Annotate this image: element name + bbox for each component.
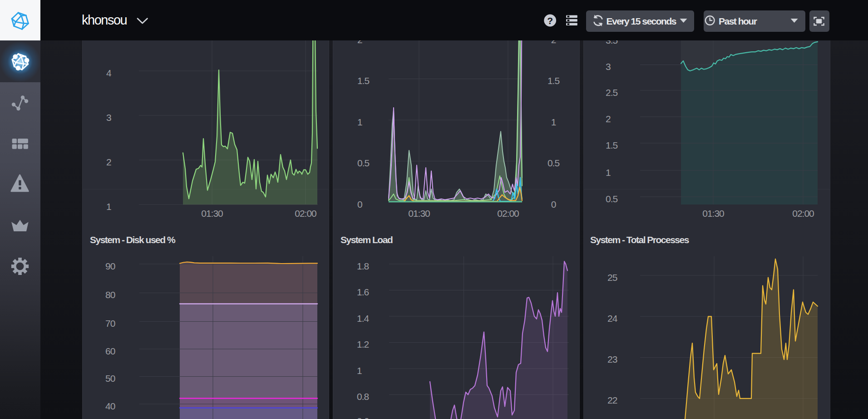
- svg-text:1: 1: [357, 365, 362, 376]
- svg-text:01:30: 01:30: [702, 208, 724, 219]
- svg-text:1.5: 1.5: [357, 75, 370, 86]
- svg-text:02:00: 02:00: [295, 208, 316, 219]
- svg-text:02:00: 02:00: [792, 208, 814, 219]
- svg-text:01:30: 01:30: [201, 208, 223, 219]
- svg-text:24: 24: [607, 313, 618, 324]
- svg-text:?: ?: [547, 15, 553, 26]
- svg-text:40: 40: [105, 401, 115, 411]
- svg-text:2: 2: [106, 157, 111, 167]
- svg-text:0.5: 0.5: [357, 158, 370, 168]
- svg-text:1: 1: [606, 167, 611, 178]
- svg-text:1.5: 1.5: [547, 75, 560, 86]
- svg-text:1.6: 1.6: [357, 287, 369, 297]
- svg-text:1.4: 1.4: [357, 313, 370, 324]
- svg-text:22: 22: [607, 395, 617, 405]
- svg-text:System Load: System Load: [340, 234, 393, 245]
- svg-text:50: 50: [105, 373, 115, 384]
- svg-text:0: 0: [357, 199, 362, 210]
- svg-text:60: 60: [105, 346, 115, 356]
- svg-text:23: 23: [607, 354, 617, 364]
- svg-text:25: 25: [607, 272, 617, 283]
- svg-text:0.5: 0.5: [606, 194, 618, 204]
- svg-text:0.5: 0.5: [547, 158, 560, 168]
- svg-text:1.8: 1.8: [357, 261, 369, 271]
- svg-text:80: 80: [105, 289, 115, 300]
- svg-text:0.8: 0.8: [357, 391, 369, 402]
- svg-text:System - Disk used %: System - Disk used %: [90, 234, 176, 245]
- svg-text:0.6: 0.6: [357, 416, 369, 419]
- svg-text:2: 2: [606, 114, 611, 124]
- svg-text:02:00: 02:00: [497, 208, 519, 219]
- svg-text:3: 3: [606, 61, 611, 72]
- svg-text:1.2: 1.2: [357, 339, 369, 349]
- svg-text:2.5: 2.5: [606, 87, 618, 98]
- svg-text:System - Total Processes: System - Total Processes: [590, 234, 689, 245]
- svg-text:01:30: 01:30: [408, 208, 430, 219]
- svg-text:90: 90: [105, 261, 115, 271]
- svg-text:70: 70: [105, 318, 115, 329]
- svg-text:1: 1: [551, 117, 556, 127]
- svg-text:0: 0: [551, 199, 556, 210]
- svg-text:3: 3: [106, 112, 111, 123]
- svg-text:1: 1: [357, 117, 362, 127]
- svg-text:1.5: 1.5: [606, 140, 618, 150]
- svg-text:4: 4: [106, 68, 112, 78]
- svg-text:1: 1: [106, 201, 111, 212]
